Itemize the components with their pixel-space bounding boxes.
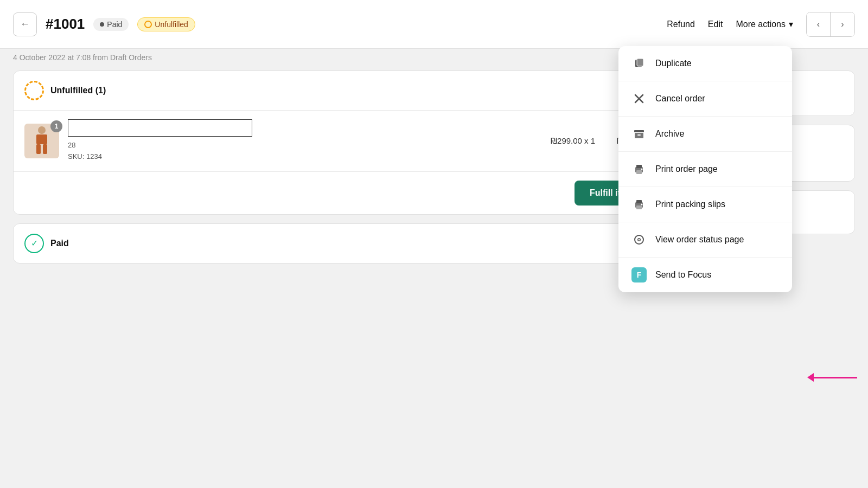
dropdown-item-archive[interactable]: Archive [618, 117, 792, 152]
unfulfilled-icon [24, 81, 44, 100]
svg-rect-16 [636, 200, 642, 203]
svg-point-18 [641, 204, 643, 206]
svg-point-0 [38, 126, 46, 134]
svg-rect-2 [36, 144, 41, 154]
svg-rect-13 [636, 170, 642, 174]
product-info: 28 SKU: 1234 [68, 119, 542, 163]
cancel-order-label: Cancel order [655, 94, 705, 104]
svg-rect-12 [636, 165, 642, 168]
view-status-label: View order status page [655, 235, 744, 245]
paid-card: ✓ Paid [13, 223, 660, 264]
nav-arrows: ‹ › [806, 12, 855, 37]
duplicate-icon [631, 56, 647, 71]
header-actions: Refund Edit More actions ▾ ‹ › [667, 12, 855, 37]
price-unit: ₪299.00 x 1 [551, 136, 595, 146]
product-name-box [68, 119, 252, 137]
paid-title: Paid [50, 239, 648, 248]
chevron-down-icon: ▾ [789, 19, 793, 29]
product-row: 1 28 SKU: 1234 ₪299.00 x 1 ₪299.00 [14, 111, 659, 171]
svg-point-21 [639, 239, 640, 241]
paid-badge: Paid [93, 18, 129, 31]
send-to-focus-label: Send to Focus [655, 270, 711, 280]
product-size: 28 [68, 140, 542, 151]
product-sku: SKU: 1234 [68, 151, 542, 163]
left-panel: Unfulfilled (1) ••• 1 [13, 70, 660, 479]
page-header: ← #1001 Paid Unfulfilled Refund Edit Mor… [0, 0, 868, 49]
print-order-icon [631, 162, 647, 177]
cancel-icon [631, 91, 647, 106]
refund-button[interactable]: Refund [667, 20, 695, 29]
fulfill-area: Fulfill item [14, 171, 659, 214]
order-number: #1001 [46, 16, 85, 33]
product-figure [31, 126, 53, 156]
svg-rect-1 [36, 134, 47, 144]
svg-rect-5 [637, 59, 643, 66]
svg-point-14 [641, 169, 643, 170]
back-icon: ← [20, 18, 30, 30]
product-image-wrap: 1 [24, 124, 59, 158]
dropdown-item-print-order[interactable]: Print order page [618, 152, 792, 187]
archive-icon [631, 126, 647, 142]
edit-button[interactable]: Edit [708, 20, 723, 29]
svg-rect-10 [637, 134, 641, 136]
more-actions-label: More actions [736, 20, 786, 29]
dropdown-item-cancel[interactable]: Cancel order [618, 81, 792, 117]
svg-rect-17 [636, 206, 642, 209]
print-order-label: Print order page [655, 164, 718, 174]
unfulfilled-card-header: Unfulfilled (1) ••• [14, 71, 659, 110]
next-order-button[interactable]: › [831, 12, 854, 36]
focus-icon: F [631, 267, 647, 282]
paid-icon: ✓ [24, 234, 44, 253]
prev-order-button[interactable]: ‹ [807, 12, 831, 36]
more-actions-button[interactable]: More actions ▾ [736, 19, 793, 29]
view-status-icon [631, 232, 647, 247]
svg-rect-8 [634, 130, 644, 132]
dropdown-item-send-focus[interactable]: F Send to Focus [618, 258, 792, 292]
product-quantity-badge: 1 [50, 120, 62, 132]
print-packing-label: Print packing slips [655, 200, 725, 209]
archive-label: Archive [655, 129, 684, 139]
dropdown-item-print-packing[interactable]: Print packing slips [618, 187, 792, 222]
more-actions-dropdown: Duplicate Cancel order Archive [618, 46, 792, 292]
print-packing-icon [631, 197, 647, 212]
unfulfilled-title: Unfulfilled (1) [50, 86, 630, 95]
dropdown-item-view-status[interactable]: View order status page [618, 222, 792, 258]
paid-card-header: ✓ Paid [14, 224, 659, 263]
unfulfilled-badge: Unfulfilled [137, 17, 195, 31]
svg-rect-3 [43, 144, 47, 154]
unfulfilled-card: Unfulfilled (1) ••• 1 [13, 70, 660, 215]
dropdown-item-duplicate[interactable]: Duplicate [618, 46, 792, 81]
duplicate-label: Duplicate [655, 59, 692, 68]
back-button[interactable]: ← [13, 12, 37, 36]
